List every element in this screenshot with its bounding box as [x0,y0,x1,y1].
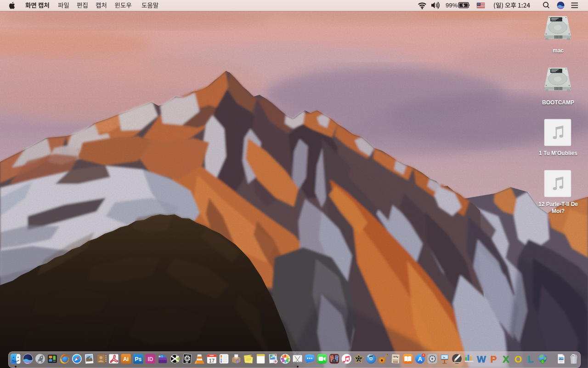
svg-text:99%: 99% [446,2,458,9]
